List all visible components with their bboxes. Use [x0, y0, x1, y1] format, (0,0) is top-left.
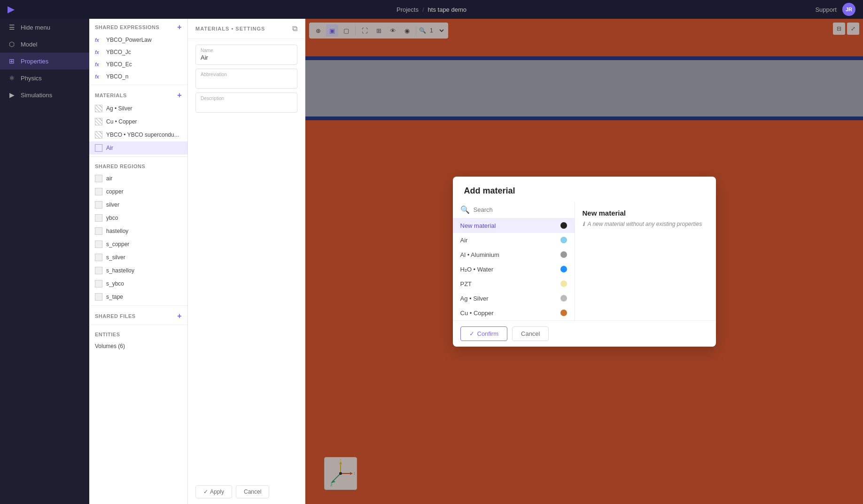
sidebar-item-hide-menu[interactable]: ☰ Hide menu	[0, 19, 89, 36]
list-item[interactable]: ybco	[89, 211, 187, 225]
item-dot-new-material	[560, 222, 567, 229]
fx-icon: fx	[95, 50, 102, 55]
list-item[interactable]: air	[89, 172, 187, 185]
item-dot-silver	[560, 295, 567, 302]
list-item[interactable]: s_tape	[89, 290, 187, 303]
list-item[interactable]: Volumes (6)	[89, 340, 187, 352]
divider	[89, 85, 187, 85]
region-name: s_tape	[106, 294, 123, 300]
modal-search-bar: 🔍	[453, 202, 575, 218]
modal-list-item-aluminium[interactable]: Al • Aluminium	[453, 248, 575, 262]
modal-list-item-water[interactable]: H₂O • Water	[453, 262, 575, 277]
list-item[interactable]: copper	[89, 185, 187, 198]
properties-icon: ⊞	[8, 57, 16, 65]
menu-icon: ☰	[8, 23, 16, 31]
item-name-new-material: New material	[460, 222, 496, 229]
main-layout: ☰ Hide menu ⬡ Model ⊞ Properties ⚛ Physi…	[0, 19, 863, 504]
region-name: s_silver	[106, 254, 125, 261]
sidebar-label-properties: Properties	[21, 58, 48, 65]
sidebar-item-simulations[interactable]: ▶ Simulations	[0, 86, 89, 103]
material-name: Air	[106, 145, 113, 151]
list-item-air[interactable]: Air	[89, 141, 187, 155]
sidebar-item-physics[interactable]: ⚛ Physics	[0, 70, 89, 86]
modal-title: Add material	[453, 177, 716, 202]
apply-button[interactable]: ✓ Apply	[195, 485, 232, 498]
modal-list-item-new-material[interactable]: New material	[453, 218, 575, 233]
description-input[interactable]	[201, 102, 292, 109]
user-avatar[interactable]: JR	[842, 3, 855, 16]
list-item[interactable]: s_copper	[89, 238, 187, 251]
add-expression-button[interactable]: +	[177, 23, 182, 31]
region-icon	[95, 175, 102, 182]
support-link[interactable]: Support	[815, 6, 837, 13]
material-name: Cu • Copper	[106, 118, 137, 125]
content-row: MATERIALS • SETTINGS ⧉ Name Abbreviation…	[188, 19, 863, 504]
mat-bottom-buttons: ✓ Apply Cancel	[188, 480, 305, 504]
list-item[interactable]: YBCO • YBCO supercondu...	[89, 128, 187, 141]
shared-expressions-label: Shared expressions	[95, 24, 159, 30]
shared-expressions-header: Shared expressions +	[89, 19, 187, 34]
sidebar-label-physics: Physics	[21, 75, 42, 82]
sidebar-item-model[interactable]: ⬡ Model	[0, 36, 89, 53]
item-dot-copper	[560, 310, 567, 316]
modal-overlay: Add material 🔍 New material	[305, 19, 863, 504]
materials-header: Materials +	[89, 87, 187, 102]
modal-list-item-air[interactable]: Air	[453, 233, 575, 248]
entities-label: Entities	[95, 332, 120, 337]
region-icon	[95, 293, 102, 301]
simulations-icon: ▶	[8, 91, 16, 99]
3d-viewport: ⊕ ▣ ▢ ⛶ ⊞ 👁 ◉ 🔍 1 0.5 2 4	[305, 19, 863, 504]
item-name-water: H₂O • Water	[460, 266, 493, 273]
copy-icon[interactable]: ⧉	[292, 24, 297, 33]
item-name-pzt: PZT	[460, 280, 472, 287]
list-item[interactable]: silver	[89, 198, 187, 211]
list-item[interactable]: s_silver	[89, 251, 187, 264]
topbar-right: Support JR	[815, 3, 855, 16]
breadcrumb-separator: /	[422, 6, 424, 13]
shared-files-label: Shared files	[95, 313, 136, 319]
confirm-button[interactable]: ✓ Confirm	[460, 326, 508, 341]
expression-name: YBCO_Jc	[106, 49, 131, 55]
region-icon	[95, 188, 102, 195]
modal-list-item-copper[interactable]: Cu • Copper	[453, 306, 575, 320]
modal-description-text: A new material without any existing prop…	[588, 221, 702, 227]
modal-list-item-silver[interactable]: Ag • Silver	[453, 291, 575, 306]
list-item[interactable]: s_ybco	[89, 277, 187, 290]
name-field[interactable]: Name	[195, 45, 297, 65]
app-logo[interactable]: ▶	[8, 4, 14, 15]
divider	[89, 156, 187, 157]
list-item[interactable]: fx YBCO_PowerLaw	[89, 34, 187, 46]
mat-settings-title: MATERIALS • SETTINGS	[195, 26, 265, 31]
expression-name: YBCO_PowerLaw	[106, 37, 152, 43]
sidebar-label-hide-menu: Hide menu	[21, 24, 50, 31]
add-file-button[interactable]: +	[177, 312, 182, 320]
material-name: YBCO • YBCO supercondu...	[106, 132, 179, 138]
checkmark-icon: ✓	[203, 488, 208, 495]
list-item[interactable]: Ag • Silver	[89, 102, 187, 115]
list-item[interactable]: fx YBCO_Ec	[89, 58, 187, 70]
confirm-checkmark-icon: ✓	[469, 330, 474, 337]
item-name-air: Air	[460, 237, 468, 244]
item-name-copper: Cu • Copper	[460, 310, 494, 317]
region-name: s_ybco	[106, 280, 124, 287]
cancel-button[interactable]: Cancel	[236, 485, 269, 498]
list-item[interactable]: s_hastelloy	[89, 264, 187, 277]
modal-list-item-pzt[interactable]: PZT	[453, 277, 575, 291]
add-material-button[interactable]: +	[177, 92, 182, 99]
list-item[interactable]: fx YBCO_Jc	[89, 46, 187, 58]
name-input[interactable]	[201, 54, 292, 61]
search-input[interactable]	[474, 206, 567, 213]
region-icon	[95, 254, 102, 261]
info-icon: ℹ	[583, 221, 585, 227]
abbreviation-field[interactable]: Abbreviation	[195, 69, 297, 89]
region-icon	[95, 227, 102, 235]
abbreviation-input[interactable]	[201, 78, 292, 85]
projects-link[interactable]: Projects	[397, 6, 419, 13]
list-item[interactable]: fx YBCO_n	[89, 70, 187, 83]
modal-right-description: ℹ A new material without any existing pr…	[583, 221, 708, 227]
list-item[interactable]: Cu • Copper	[89, 115, 187, 128]
list-item[interactable]: hastelloy	[89, 225, 187, 238]
sidebar-item-properties[interactable]: ⊞ Properties	[0, 53, 89, 70]
description-field[interactable]: Description	[195, 93, 297, 113]
modal-cancel-button[interactable]: Cancel	[512, 326, 549, 341]
